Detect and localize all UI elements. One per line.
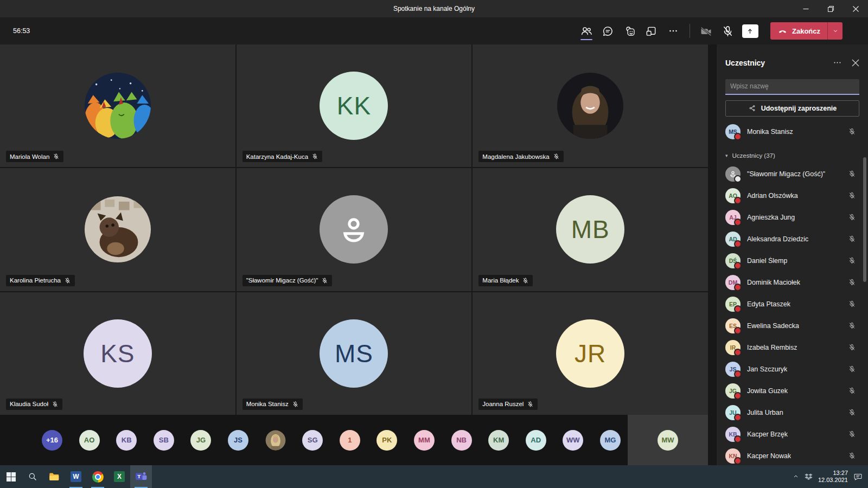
strip-avatar[interactable]: KM (488, 430, 509, 451)
strip-avatar[interactable]: WW (563, 430, 583, 451)
video-tile[interactable]: Mariola Wolan (0, 44, 235, 167)
participant-row[interactable]: MSMonika Stanisz (725, 121, 859, 143)
mic-mute-button[interactable] (717, 20, 739, 42)
participant-name: "Sławomir Migacz (Gość)" (246, 277, 318, 284)
photo-avatar-image (265, 430, 286, 451)
strip-avatar[interactable]: PK (376, 430, 397, 451)
strip-avatar[interactable]: AO (79, 430, 100, 451)
mic-muted-indicator (848, 256, 859, 265)
participant-row[interactable]: DŚDaniel Ślemp (725, 250, 859, 272)
participant-row[interactable]: JGJowita Guzek (725, 380, 859, 402)
strip-avatar[interactable]: 1 (340, 430, 360, 451)
participant-row[interactable]: DMDominik Maciołek (725, 272, 859, 293)
video-tile[interactable]: Karolina Pietrucha (0, 168, 235, 291)
leave-label: Zakończ (792, 27, 820, 35)
show-participants-button[interactable] (576, 20, 597, 42)
participant-name: Izabela Rembisz (747, 344, 797, 351)
participant-row[interactable]: KBKacper Brzęk (725, 423, 859, 445)
hangup-icon (777, 26, 788, 36)
participant-row[interactable]: "Sławomir Migacz (Gość)" (725, 163, 859, 185)
avatar-initials: MM (418, 436, 430, 444)
participant-row[interactable]: JUJulita Urban (725, 402, 859, 423)
teams-button[interactable]: T (130, 465, 152, 488)
video-tile[interactable]: "Sławomir Migacz (Gość)" (237, 168, 472, 291)
mic-off-icon (848, 256, 856, 265)
minimize-button[interactable] (793, 0, 818, 17)
participant-name-label: Monika Stanisz (242, 399, 303, 410)
action-center-button[interactable] (853, 465, 863, 488)
scrollbar-thumb[interactable] (863, 157, 866, 282)
mic-muted-indicator (64, 277, 71, 284)
share-screen-button[interactable] (742, 24, 758, 38)
participant-row[interactable]: IRIzabela Rembisz (725, 337, 859, 358)
participants-panel: Uczestnicy Udostępnij zaproszenie MSMoni… (716, 44, 868, 465)
main-area: Mariola WolanKKKatarzyna Kadaj-KucaMagda… (0, 44, 868, 465)
participants-section-header[interactable]: ▾ Uczestnicy (37) (725, 151, 859, 160)
strip-avatar[interactable]: MM (414, 430, 435, 451)
strip-avatar[interactable]: SB (154, 430, 174, 451)
start-button[interactable] (0, 465, 22, 488)
avatar-initials: PK (382, 436, 392, 444)
word-button[interactable]: W (65, 465, 87, 488)
self-avatar[interactable]: MW (658, 430, 678, 451)
strip-avatar[interactable]: SG (302, 430, 323, 451)
more-actions-button[interactable] (662, 20, 684, 42)
strip-avatar[interactable]: +16 (42, 430, 62, 451)
self-view-area[interactable]: MW (628, 415, 708, 465)
share-invite-button[interactable]: Udostępnij zaproszenie (725, 100, 859, 117)
video-tile[interactable]: KSKlaudia Sudoł (0, 292, 235, 415)
restore-button[interactable] (818, 0, 843, 17)
strip-avatar[interactable]: NB (451, 430, 472, 451)
excel-button[interactable]: X (108, 465, 130, 488)
leave-main[interactable]: Zakończ (770, 22, 827, 40)
leave-options-button[interactable] (828, 22, 843, 40)
participant-row[interactable]: AJAgnieszka Jung (725, 207, 859, 228)
panel-close-icon[interactable] (852, 59, 859, 67)
presence-dot (734, 197, 742, 204)
video-tile[interactable]: JRJoanna Ruszel (473, 292, 708, 415)
strip-avatar[interactable]: JS (228, 430, 248, 451)
file-explorer-button[interactable] (43, 465, 65, 488)
participant-row[interactable]: KNKacper Nowak (725, 445, 859, 465)
search-input[interactable] (725, 79, 859, 95)
leave-meeting-button[interactable]: Zakończ (770, 22, 843, 40)
participant-strip: +16AOKBSBJGJSSG1PKMMNBKMADWWMG MW (0, 415, 708, 465)
participant-row[interactable]: JSJan Szczuryk (725, 358, 859, 380)
participant-name-label: Maria Błądek (478, 275, 533, 286)
video-tile[interactable]: MBMaria Błądek (473, 168, 708, 291)
participant-row[interactable]: AOAdrian Olszówka (725, 185, 859, 207)
avatar: EP (725, 297, 741, 312)
taskbar-clock[interactable]: 13:27 12.03.2021 (818, 470, 848, 484)
panel-more-icon[interactable] (833, 58, 842, 67)
participant-row[interactable]: EPEdyta Ptaszek (725, 293, 859, 315)
strip-avatar[interactable]: KB (116, 430, 137, 451)
strip-avatar[interactable]: MG (600, 430, 621, 451)
dropbox-tray-icon[interactable] (805, 465, 813, 488)
mic-muted-indicator (321, 277, 328, 284)
reactions-button[interactable] (619, 20, 641, 42)
tray-expand-button[interactable] (793, 465, 799, 488)
strip-avatar[interactable]: AD (526, 430, 546, 451)
mic-off-icon (848, 408, 856, 416)
avatar: JU (725, 405, 741, 420)
taskbar-search-button[interactable] (22, 465, 43, 488)
mic-off-icon (848, 387, 856, 395)
participant-name: Maria Błądek (482, 277, 519, 284)
video-tile[interactable]: MSMonika Stanisz (237, 292, 472, 415)
participant-row[interactable]: ADAleksandra Dziedzic (725, 228, 859, 250)
chrome-button[interactable] (87, 465, 108, 488)
strip-avatar[interactable] (265, 430, 286, 451)
participant-row[interactable]: ESEwelina Sadecka (725, 315, 859, 337)
avatar: KS (84, 319, 152, 388)
mic-off-icon (292, 401, 299, 408)
chat-button[interactable] (597, 20, 619, 42)
strip-avatar[interactable]: JG (190, 430, 211, 451)
camera-off-button[interactable] (695, 20, 717, 42)
video-tile[interactable]: KKKatarzyna Kadaj-Kuca (237, 44, 472, 167)
close-button[interactable] (843, 0, 868, 17)
mic-muted-indicator (522, 277, 529, 284)
breakout-rooms-button[interactable] (641, 20, 662, 42)
avatar: MB (556, 195, 624, 264)
video-tile[interactable]: Magdalena Jakubowska (473, 44, 708, 167)
reactions-icon (623, 24, 636, 37)
